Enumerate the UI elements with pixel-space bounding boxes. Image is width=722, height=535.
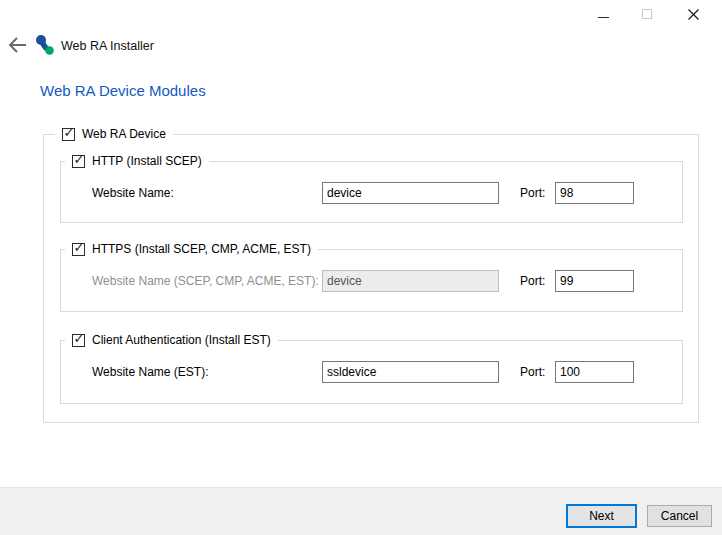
http-website-name-label: Website Name:: [92, 182, 174, 204]
window-titlebar: [0, 0, 722, 30]
page-title: Web RA Device Modules: [40, 82, 206, 99]
back-arrow-icon: [10, 38, 26, 52]
http-checkbox[interactable]: [72, 155, 85, 168]
https-port-label: Port:: [520, 270, 545, 292]
group-http: HTTP (Install SCEP) Website Name: Port:: [60, 161, 683, 223]
close-button[interactable]: [676, 0, 710, 28]
minimize-icon: [598, 17, 609, 18]
client-auth-port-label: Port:: [520, 361, 545, 383]
https-port-input[interactable]: [555, 270, 634, 292]
client-auth-checkbox[interactable]: [72, 334, 85, 347]
back-button[interactable]: [8, 36, 28, 54]
cancel-button[interactable]: Cancel: [647, 505, 712, 527]
http-legend: HTTP (Install SCEP): [65, 154, 209, 168]
app-title: Web RA Installer: [61, 39, 154, 53]
https-checkbox[interactable]: [72, 243, 85, 256]
maximize-button: [630, 0, 664, 28]
webra-device-legend: Web RA Device: [55, 127, 173, 141]
client-auth-label: Client Authentication (Install EST): [92, 333, 271, 347]
group-https: HTTPS (Install SCEP, CMP, ACME, EST) Web…: [60, 249, 683, 312]
group-client-auth: Client Authentication (Install EST) Webs…: [60, 340, 683, 404]
group-webra-device: Web RA Device HTTP (Install SCEP) Websit…: [43, 134, 699, 423]
http-port-input[interactable]: [555, 182, 634, 204]
client-auth-legend: Client Authentication (Install EST): [65, 333, 278, 347]
client-auth-port-input[interactable]: [555, 361, 634, 383]
webra-device-label: Web RA Device: [82, 127, 166, 141]
next-button[interactable]: Next: [566, 504, 637, 528]
http-port-label: Port:: [520, 182, 545, 204]
webra-device-checkbox[interactable]: [62, 128, 75, 141]
maximize-icon: [642, 9, 652, 19]
https-website-name-input: [322, 270, 499, 292]
https-legend: HTTPS (Install SCEP, CMP, ACME, EST): [65, 242, 318, 256]
client-auth-website-name-input[interactable]: [322, 361, 499, 383]
http-website-name-input[interactable]: [322, 182, 499, 204]
close-icon: [687, 8, 700, 21]
client-auth-website-name-label: Website Name (EST):: [92, 361, 208, 383]
http-label: HTTP (Install SCEP): [92, 154, 202, 168]
https-website-name-label: Website Name (SCEP, CMP, ACME, EST):: [92, 270, 319, 292]
minimize-button[interactable]: [586, 0, 620, 28]
https-label: HTTPS (Install SCEP, CMP, ACME, EST): [92, 242, 311, 256]
app-logo-icon: [35, 34, 55, 57]
